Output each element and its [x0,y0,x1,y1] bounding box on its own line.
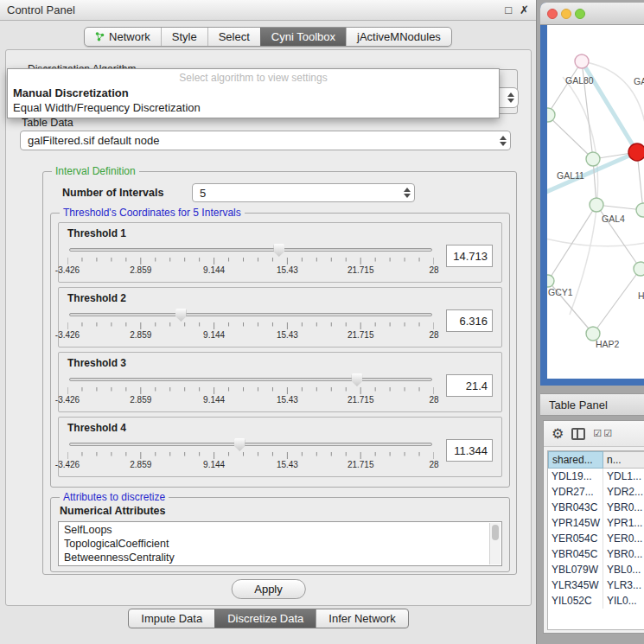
combo-stepper-icon[interactable] [399,188,411,198]
column-header-name[interactable]: n... [603,451,644,469]
tab-jactivemnodules[interactable]: jActiveMNodules [346,28,451,46]
slider-track[interactable] [69,443,432,446]
dropdown-option-manual-discretization[interactable]: Manual Discretization [8,86,499,100]
threshold-slider[interactable]: -3.4262.8599.14415.4321.71528 [66,308,436,341]
attributes-group: Attributes to discretize Numerical Attri… [50,497,510,572]
dropdown-option-equal-width-frequency[interactable]: Equal Width/Frequency Discretization [8,100,499,115]
tick-label: 28 [429,265,438,275]
tab-network[interactable]: Network [85,28,161,46]
network-node[interactable] [547,108,555,122]
table-row[interactable]: YBL079WYBL0... [548,562,644,577]
table-row[interactable]: YDR27...YDR2... [548,484,644,500]
float-window-icon[interactable]: □ [505,4,512,16]
tab-discretize-data[interactable]: Discretize Data [214,609,316,628]
table-row[interactable]: YPR145WYPR1... [548,515,644,531]
network-node[interactable] [634,262,644,276]
table-row[interactable]: YER054CYER0... [548,531,644,546]
show-columns-icon[interactable] [571,428,585,440]
threshold-label: Threshold 4 [67,422,494,434]
thresholds-group: Threshold's Coordinates for 5 Intervals … [50,213,510,488]
close-window-icon[interactable]: ✗ [520,4,529,16]
combo-stepper-icon[interactable] [495,136,507,146]
tab-style[interactable]: Style [161,28,207,46]
cell-name: YPR1... [603,515,644,531]
scrollbar-thumb[interactable] [492,525,499,540]
tab-infer-network[interactable]: Infer Network [316,609,407,628]
network-node[interactable] [636,203,644,217]
network-node[interactable] [628,143,644,161]
attribute-item[interactable]: SelfLoops [59,523,489,537]
slider-thumb[interactable] [351,373,362,386]
close-traffic-light-icon[interactable] [547,9,558,19]
threshold-slider[interactable]: -3.4262.8599.14415.4321.71528 [66,437,436,470]
threshold-slider[interactable]: -3.4262.8599.14415.4321.71528 [66,243,436,276]
control-panel-window: Control Panel □ ✗ Network Style Select C… [0,0,537,644]
minimize-traffic-light-icon[interactable] [561,9,571,19]
column-checkbox-icons[interactable]: ☑☑ [593,428,614,439]
column-header-shared-name[interactable]: shared... [548,451,603,469]
threshold-value-field[interactable]: 14.713 [446,245,493,267]
threshold-row: Threshold 3-3.4262.8599.14415.4321.71528… [58,352,502,412]
number-of-intervals-combo[interactable]: 5 [192,183,415,202]
table-row[interactable]: YBR043CYBR0... [548,500,644,515]
slider-track[interactable] [69,313,432,316]
table-row[interactable]: YBR045CYBR0... [548,546,644,562]
attribute-item[interactable]: BetweennessCentrality [59,551,489,564]
combo-stepper-icon[interactable] [503,92,514,103]
attribute-item[interactable]: TopologicalCoefficient [59,537,489,551]
network-edge[interactable] [593,269,641,334]
cell-name: YBR0... [603,500,644,515]
apply-button[interactable]: Apply [231,579,306,599]
network-node[interactable] [547,275,554,287]
slider-thumb[interactable] [234,438,245,451]
cell-shared-name: YLR345W [548,577,603,593]
table-settings-gear-icon[interactable]: ⚙ [552,427,564,441]
table-row[interactable]: YIL052CYIL0... [548,593,644,609]
network-window-titlebar[interactable] [540,3,644,25]
table-row[interactable]: YDL19...YDL1... [548,469,644,484]
threshold-value-field[interactable]: 6.316 [446,309,493,332]
threshold-value-field[interactable]: 11.344 [446,439,493,462]
cyni-toolbox-panel: Discretization Algorithm Table Data galF… [5,49,532,606]
network-edge [563,77,598,315]
cell-name: YER0... [603,531,644,546]
tab-impute-data[interactable]: Impute Data [129,609,214,628]
network-node[interactable] [575,54,589,68]
tab-label: Cyni Toolbox [271,30,335,43]
numerical-attributes-heading: Numerical Attributes [60,505,165,517]
slider-thumb[interactable] [175,309,187,322]
slider-tick-labels: -3.4262.8599.14415.4321.71528 [67,330,434,341]
tick-label: 28 [429,460,438,469]
table-row[interactable]: YLR345WYLR3... [548,577,644,593]
tick-label: -3.426 [55,330,80,340]
network-node-label: H [638,290,644,301]
number-of-intervals-label: Number of Intervals [62,187,163,199]
slider-track[interactable] [69,248,432,252]
network-canvas[interactable]: GAL80GAGAL11GAL4GCY1HHAP2 [547,25,644,379]
attributes-list[interactable]: SelfLoopsTopologicalCoefficientBetweenne… [58,521,502,566]
threshold-slider[interactable]: -3.4262.8599.14415.4321.71528 [66,373,436,405]
network-node-label: GAL80 [565,75,594,86]
table-data-value: galFiltered.sif default node [28,134,495,147]
attributes-list-scrollbar[interactable] [489,523,501,564]
threshold-rows: Threshold 1-3.4262.8599.14415.4321.71528… [51,222,509,481]
tick-label: 9.144 [203,265,225,275]
tab-cyni-toolbox[interactable]: Cyni Toolbox [260,28,346,46]
tab-select[interactable]: Select [207,28,260,46]
slider-thumb[interactable] [273,244,284,257]
network-node[interactable] [586,152,600,166]
threshold-value-field[interactable]: 21.4 [446,374,493,397]
table-panel-window: ⚙ ☑☑ shared... n... YDL19...YDL1...YDR27… [543,420,644,634]
zoom-traffic-light-icon[interactable] [575,9,585,19]
network-edge[interactable] [547,61,582,115]
network-node[interactable] [590,198,603,212]
mode-tab-group: Impute Data Discretize Data Infer Networ… [128,609,408,628]
network-edge[interactable] [547,115,593,159]
slider-tick-labels: -3.4262.8599.14415.4321.71528 [67,265,434,276]
cyni-mode-tab-bar: Impute Data Discretize Data Infer Networ… [0,609,537,628]
table-data-combo[interactable]: galFiltered.sif default node [20,131,511,150]
slider-track[interactable] [69,378,432,381]
cell-name: YBL0... [603,562,644,577]
network-edge[interactable] [548,205,596,281]
tab-label: Infer Network [328,612,395,625]
